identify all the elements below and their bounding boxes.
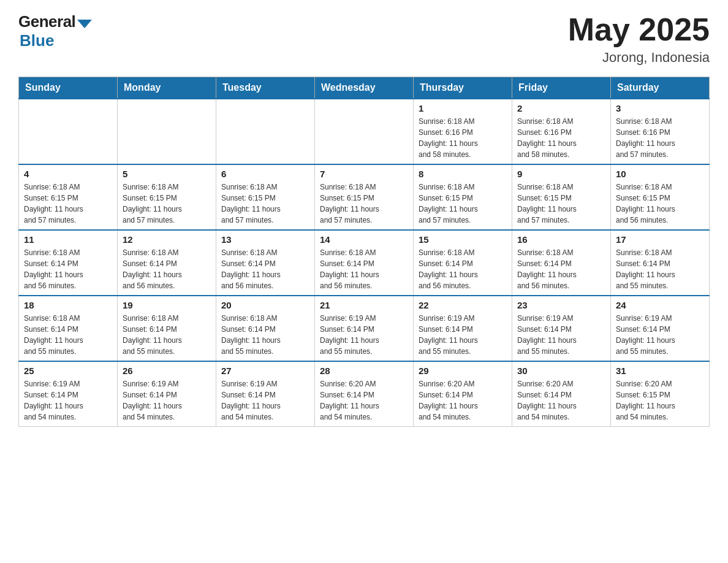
day-of-week-header: Friday: [512, 77, 611, 99]
day-number: 3: [616, 103, 704, 113]
day-info: Sunrise: 6:18 AMSunset: 6:14 PMDaylight:…: [517, 247, 605, 291]
calendar-cell: 25Sunrise: 6:19 AMSunset: 6:14 PMDayligh…: [19, 361, 118, 427]
day-of-week-header: Thursday: [414, 77, 512, 99]
day-info: Sunrise: 6:18 AMSunset: 6:15 PMDaylight:…: [320, 182, 408, 226]
day-of-week-header: Monday: [118, 77, 216, 99]
day-info: Sunrise: 6:19 AMSunset: 6:14 PMDaylight:…: [320, 313, 408, 357]
day-number: 10: [616, 169, 704, 179]
calendar-cell: 10Sunrise: 6:18 AMSunset: 6:15 PMDayligh…: [611, 164, 710, 230]
location-subtitle: Jorong, Indonesia: [568, 50, 710, 66]
calendar-table: SundayMondayTuesdayWednesdayThursdayFrid…: [18, 77, 710, 427]
calendar-cell: 12Sunrise: 6:18 AMSunset: 6:14 PMDayligh…: [118, 230, 216, 296]
day-info: Sunrise: 6:18 AMSunset: 6:15 PMDaylight:…: [419, 182, 507, 226]
day-info: Sunrise: 6:18 AMSunset: 6:16 PMDaylight:…: [616, 116, 704, 160]
day-number: 20: [221, 300, 309, 310]
logo-general-text: General: [18, 12, 75, 31]
calendar-cell: 5Sunrise: 6:18 AMSunset: 6:15 PMDaylight…: [118, 164, 216, 230]
day-info: Sunrise: 6:18 AMSunset: 6:14 PMDaylight:…: [123, 313, 211, 357]
day-info: Sunrise: 6:18 AMSunset: 6:14 PMDaylight:…: [123, 247, 211, 291]
month-year-title: May 2025: [568, 12, 710, 47]
day-number: 14: [320, 234, 408, 245]
day-info: Sunrise: 6:18 AMSunset: 6:16 PMDaylight:…: [419, 116, 507, 160]
day-number: 22: [419, 300, 507, 310]
calendar-cell: [118, 99, 216, 164]
day-number: 6: [221, 169, 309, 179]
calendar-cell: 2Sunrise: 6:18 AMSunset: 6:16 PMDaylight…: [512, 99, 611, 164]
logo-blue-text: Blue: [20, 31, 54, 50]
calendar-cell: [315, 99, 414, 164]
day-number: 15: [419, 234, 507, 245]
day-number: 27: [221, 366, 309, 376]
day-number: 31: [616, 366, 704, 376]
day-number: 21: [320, 300, 408, 310]
day-info: Sunrise: 6:19 AMSunset: 6:14 PMDaylight:…: [616, 313, 704, 357]
day-number: 26: [123, 366, 211, 376]
day-number: 23: [517, 300, 605, 310]
day-info: Sunrise: 6:19 AMSunset: 6:14 PMDaylight:…: [419, 313, 507, 357]
calendar-cell: 9Sunrise: 6:18 AMSunset: 6:15 PMDaylight…: [512, 164, 611, 230]
day-number: 2: [517, 103, 605, 113]
day-info: Sunrise: 6:18 AMSunset: 6:15 PMDaylight:…: [221, 182, 309, 226]
day-number: 5: [123, 169, 211, 179]
day-info: Sunrise: 6:18 AMSunset: 6:15 PMDaylight:…: [616, 182, 704, 226]
day-info: Sunrise: 6:18 AMSunset: 6:14 PMDaylight:…: [24, 313, 112, 357]
day-info: Sunrise: 6:18 AMSunset: 6:14 PMDaylight:…: [221, 247, 309, 291]
day-info: Sunrise: 6:18 AMSunset: 6:16 PMDaylight:…: [517, 116, 605, 160]
day-number: 13: [221, 234, 309, 245]
calendar-header-row: SundayMondayTuesdayWednesdayThursdayFrid…: [19, 77, 710, 99]
calendar-cell: 22Sunrise: 6:19 AMSunset: 6:14 PMDayligh…: [414, 296, 512, 361]
day-number: 16: [517, 234, 605, 245]
title-block: May 2025 Jorong, Indonesia: [568, 12, 710, 66]
day-info: Sunrise: 6:20 AMSunset: 6:14 PMDaylight:…: [320, 378, 408, 423]
calendar-cell: 20Sunrise: 6:18 AMSunset: 6:14 PMDayligh…: [216, 296, 315, 361]
day-number: 7: [320, 169, 408, 179]
day-number: 28: [320, 366, 408, 376]
day-number: 12: [123, 234, 211, 245]
calendar-cell: [19, 99, 118, 164]
day-of-week-header: Wednesday: [315, 77, 414, 99]
day-info: Sunrise: 6:18 AMSunset: 6:15 PMDaylight:…: [517, 182, 605, 226]
day-info: Sunrise: 6:18 AMSunset: 6:14 PMDaylight:…: [616, 247, 704, 291]
day-info: Sunrise: 6:19 AMSunset: 6:14 PMDaylight:…: [221, 378, 309, 423]
day-of-week-header: Saturday: [611, 77, 710, 99]
calendar-cell: 6Sunrise: 6:18 AMSunset: 6:15 PMDaylight…: [216, 164, 315, 230]
calendar-cell: 23Sunrise: 6:19 AMSunset: 6:14 PMDayligh…: [512, 296, 611, 361]
day-info: Sunrise: 6:19 AMSunset: 6:14 PMDaylight:…: [123, 378, 211, 423]
calendar-cell: 24Sunrise: 6:19 AMSunset: 6:14 PMDayligh…: [611, 296, 710, 361]
day-info: Sunrise: 6:18 AMSunset: 6:14 PMDaylight:…: [221, 313, 309, 357]
calendar-cell: 30Sunrise: 6:20 AMSunset: 6:14 PMDayligh…: [512, 361, 611, 427]
calendar-cell: 31Sunrise: 6:20 AMSunset: 6:15 PMDayligh…: [611, 361, 710, 427]
day-info: Sunrise: 6:19 AMSunset: 6:14 PMDaylight:…: [517, 313, 605, 357]
calendar-week-row: 4Sunrise: 6:18 AMSunset: 6:15 PMDaylight…: [19, 164, 710, 230]
calendar-cell: 18Sunrise: 6:18 AMSunset: 6:14 PMDayligh…: [19, 296, 118, 361]
calendar-cell: 29Sunrise: 6:20 AMSunset: 6:14 PMDayligh…: [414, 361, 512, 427]
day-number: 4: [24, 169, 112, 179]
day-number: 19: [123, 300, 211, 310]
day-info: Sunrise: 6:20 AMSunset: 6:14 PMDaylight:…: [419, 378, 507, 423]
calendar-cell: 21Sunrise: 6:19 AMSunset: 6:14 PMDayligh…: [315, 296, 414, 361]
calendar-cell: 26Sunrise: 6:19 AMSunset: 6:14 PMDayligh…: [118, 361, 216, 427]
calendar-week-row: 25Sunrise: 6:19 AMSunset: 6:14 PMDayligh…: [19, 361, 710, 427]
day-number: 24: [616, 300, 704, 310]
calendar-cell: 15Sunrise: 6:18 AMSunset: 6:14 PMDayligh…: [414, 230, 512, 296]
calendar-cell: 8Sunrise: 6:18 AMSunset: 6:15 PMDaylight…: [414, 164, 512, 230]
logo-arrow-icon: [77, 20, 92, 28]
day-number: 9: [517, 169, 605, 179]
day-number: 25: [24, 366, 112, 376]
calendar-cell: 11Sunrise: 6:18 AMSunset: 6:14 PMDayligh…: [19, 230, 118, 296]
calendar-cell: 1Sunrise: 6:18 AMSunset: 6:16 PMDaylight…: [414, 99, 512, 164]
logo: General Blue: [18, 12, 92, 50]
day-number: 8: [419, 169, 507, 179]
day-info: Sunrise: 6:20 AMSunset: 6:14 PMDaylight:…: [517, 378, 605, 423]
calendar-cell: 4Sunrise: 6:18 AMSunset: 6:15 PMDaylight…: [19, 164, 118, 230]
day-number: 11: [24, 234, 112, 245]
day-number: 1: [419, 103, 507, 113]
day-number: 18: [24, 300, 112, 310]
calendar-cell: 28Sunrise: 6:20 AMSunset: 6:14 PMDayligh…: [315, 361, 414, 427]
calendar-week-row: 1Sunrise: 6:18 AMSunset: 6:16 PMDaylight…: [19, 99, 710, 164]
calendar-cell: 13Sunrise: 6:18 AMSunset: 6:14 PMDayligh…: [216, 230, 315, 296]
calendar-cell: 16Sunrise: 6:18 AMSunset: 6:14 PMDayligh…: [512, 230, 611, 296]
calendar-week-row: 18Sunrise: 6:18 AMSunset: 6:14 PMDayligh…: [19, 296, 710, 361]
day-info: Sunrise: 6:18 AMSunset: 6:15 PMDaylight:…: [123, 182, 211, 226]
calendar-cell: 7Sunrise: 6:18 AMSunset: 6:15 PMDaylight…: [315, 164, 414, 230]
